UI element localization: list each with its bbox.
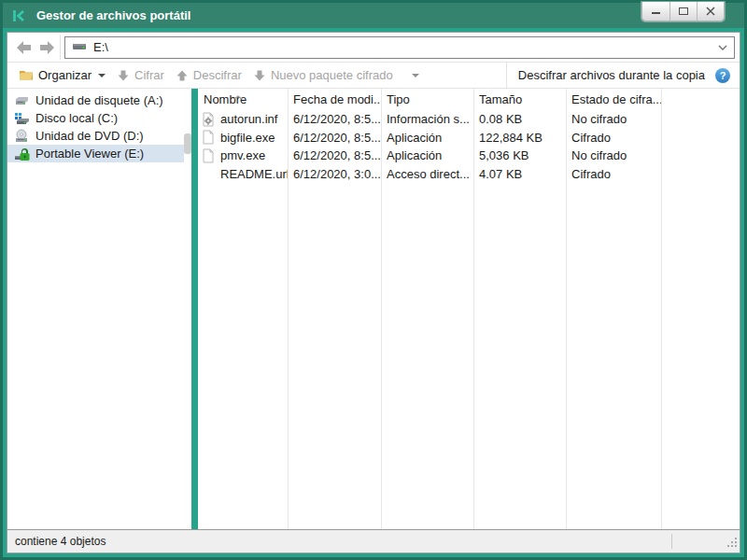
- file-row-readme[interactable]: README.url 6/12/2020, 3:0... Acceso dire…: [198, 165, 740, 184]
- file-date: 6/12/2020, 3:0...: [288, 167, 381, 181]
- file-type: Aplicación: [381, 148, 473, 162]
- header-type[interactable]: Tipo: [381, 92, 473, 106]
- drive-item-e-selected[interactable]: Portable Viewer (E:): [7, 145, 184, 162]
- document-file-icon: [201, 148, 216, 163]
- file-row-bigfile[interactable]: bigfile.exe 6/12/2020, 8:5... Aplicación…: [198, 129, 740, 147]
- navigation-bar: E:\: [7, 33, 740, 63]
- help-icon[interactable]: ?: [715, 68, 730, 83]
- file-row-pmv[interactable]: pmv.exe 6/12/2020, 8:5... Aplicación 5,0…: [198, 147, 740, 165]
- file-name: autorun.inf: [220, 112, 277, 126]
- back-button[interactable]: [13, 36, 35, 59]
- file-name: pmv.exe: [220, 148, 265, 162]
- new-package-button[interactable]: Nuevo paquete cifrado: [247, 63, 399, 88]
- file-list: Nombre Fecha de modi... Tipo Tamaño Esta…: [198, 89, 740, 529]
- header-status[interactable]: Estado de cifra...: [566, 92, 661, 106]
- file-date: 6/12/2020, 8:5...: [288, 131, 381, 145]
- window-title: Gestor de archivos portátil: [36, 8, 190, 22]
- header-size[interactable]: Tamaño: [473, 92, 566, 106]
- decrypt-on-copy-label: Descifrar archivos durante la copia: [507, 68, 715, 82]
- file-row-autorun[interactable]: autorun.inf 6/12/2020, 8:5... Informació…: [198, 110, 740, 129]
- maximize-button[interactable]: [669, 2, 697, 21]
- maximize-icon: [679, 7, 688, 15]
- drive-icon: [72, 39, 87, 56]
- file-type: Acceso direct...: [381, 167, 473, 181]
- close-button[interactable]: [697, 2, 724, 21]
- status-text: contiene 4 objetos: [15, 535, 106, 548]
- title-bar[interactable]: Gestor de archivos portátil: [3, 3, 744, 28]
- back-arrow-icon: [15, 40, 34, 55]
- hard-drive-icon: [14, 111, 30, 126]
- file-type: Información s...: [381, 112, 473, 126]
- decrypt-arrow-up-icon: [176, 69, 189, 82]
- drive-item-c[interactable]: Disco local (C:): [7, 109, 184, 127]
- file-status: Cifrado: [566, 167, 661, 181]
- file-size: 4.07 KB: [473, 167, 566, 181]
- status-bar: contiene 4 objetos: [7, 529, 740, 553]
- locked-drive-icon: [14, 147, 30, 161]
- new-package-arrow-down-icon: [253, 69, 266, 82]
- list-header: Nombre Fecha de modi... Tipo Tamaño Esta…: [198, 89, 740, 110]
- window-controls: [641, 2, 725, 21]
- portable-file-manager-window: Gestor de archivos portátil: [0, 0, 747, 560]
- drive-label: Unidad de DVD (D:): [35, 129, 144, 143]
- organize-label: Organizar: [38, 68, 92, 82]
- file-type: Aplicación: [381, 131, 473, 145]
- encrypt-label: Cifrar: [134, 68, 164, 82]
- new-package-label: Nuevo paquete cifrado: [271, 68, 393, 82]
- window-content: E:\ Organizar: [7, 32, 740, 553]
- dvd-drive-icon: [14, 129, 30, 144]
- folder-icon: [19, 69, 34, 81]
- file-name: bigfile.exe: [220, 131, 275, 145]
- minimize-icon: [652, 12, 660, 14]
- pane-splitter[interactable]: [191, 89, 198, 529]
- drive-label: Unidad de disquete (A:): [35, 93, 163, 107]
- encrypt-arrow-down-icon: [117, 69, 130, 82]
- file-status: No cifrado: [566, 112, 661, 126]
- blank-file-icon: [201, 166, 216, 181]
- header-date[interactable]: Fecha de modi...: [288, 92, 381, 106]
- file-status: Cifrado: [566, 131, 661, 145]
- file-size: 5,036 KB: [473, 148, 566, 162]
- decrypt-label: Descifrar: [193, 68, 242, 82]
- minimize-button[interactable]: [642, 2, 669, 21]
- file-name: README.url: [220, 167, 288, 181]
- drive-item-d[interactable]: Unidad de DVD (D:): [7, 127, 184, 145]
- decrypt-button[interactable]: Descifrar: [170, 63, 247, 88]
- file-status: No cifrado: [566, 148, 661, 162]
- forward-arrow-icon: [37, 40, 56, 55]
- new-package-dropdown-button[interactable]: [399, 63, 425, 88]
- address-text: E:\: [93, 40, 108, 54]
- header-name[interactable]: Nombre: [198, 92, 288, 106]
- kaspersky-logo-icon: [10, 7, 27, 24]
- organize-button[interactable]: Organizar: [13, 63, 111, 88]
- address-bar[interactable]: E:\: [64, 36, 735, 59]
- file-size: 122,884 KB: [473, 131, 566, 145]
- drive-list: Unidad de disquete (A:): [7, 89, 191, 529]
- file-size: 0.08 KB: [473, 112, 566, 126]
- document-file-icon: [201, 130, 216, 145]
- file-date: 6/12/2020, 8:5...: [288, 112, 381, 126]
- file-date: 6/12/2020, 8:5...: [288, 148, 381, 162]
- floppy-drive-icon: [14, 93, 30, 108]
- splitter-grip[interactable]: [184, 133, 191, 154]
- gear-file-icon: [201, 112, 216, 127]
- encrypt-button[interactable]: Cifrar: [111, 63, 170, 88]
- sort-ascending-icon: [233, 89, 243, 103]
- window-frame: E:\ Organizar: [3, 28, 744, 557]
- drive-item-a[interactable]: Unidad de disquete (A:): [7, 91, 184, 109]
- resize-grip-icon[interactable]: [726, 537, 738, 551]
- nav-separator: [60, 35, 61, 60]
- toolbar: Organizar Cifrar Descifrar: [7, 63, 740, 89]
- chevron-down-icon[interactable]: [718, 45, 727, 50]
- new-package-caret-icon: [412, 74, 419, 77]
- drive-label: Portable Viewer (E:): [35, 147, 144, 161]
- close-icon: [706, 7, 715, 16]
- toolbar-right-section: Descifrar archivos durante la copia ?: [506, 63, 740, 88]
- status-separator: [671, 534, 672, 549]
- organize-caret-icon: [98, 74, 106, 77]
- forward-button[interactable]: [35, 36, 58, 59]
- main-area: Unidad de disquete (A:): [7, 89, 740, 529]
- drive-label: Disco local (C:): [35, 111, 118, 125]
